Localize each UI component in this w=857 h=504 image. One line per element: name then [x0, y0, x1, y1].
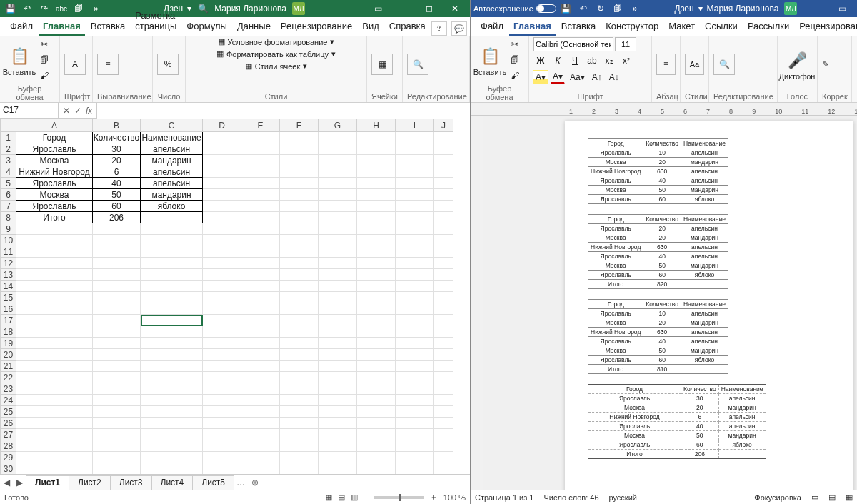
cell[interactable] [93, 303, 141, 315]
user-avatar[interactable]: МЛ [292, 2, 305, 15]
cell[interactable] [141, 281, 203, 292]
cell[interactable] [280, 406, 319, 418]
quickprint-icon[interactable]: 🗐 [71, 1, 86, 16]
cell[interactable] [396, 463, 434, 475]
shrink-font-icon[interactable]: A↓ [607, 70, 621, 84]
cell[interactable] [16, 452, 93, 463]
cell[interactable] [434, 212, 453, 223]
cell[interactable] [434, 269, 453, 281]
cell[interactable] [357, 155, 396, 166]
cell[interactable] [434, 315, 453, 326]
cell[interactable]: 50 [93, 189, 141, 201]
cell[interactable] [16, 223, 93, 235]
cell[interactable]: 6 [93, 166, 141, 178]
cell[interactable]: Наименование [141, 132, 203, 143]
cell[interactable] [241, 429, 280, 440]
cell[interactable] [93, 452, 141, 463]
sheet-nav-prev-icon[interactable]: ◀ [0, 478, 13, 488]
cell[interactable] [434, 440, 453, 452]
row-header[interactable]: 23 [1, 383, 16, 395]
cell[interactable] [203, 178, 241, 189]
row-header[interactable]: 16 [1, 303, 16, 315]
row-header[interactable]: 19 [1, 338, 16, 349]
row-header[interactable]: 9 [1, 223, 16, 235]
cell[interactable] [203, 303, 241, 315]
cell[interactable] [16, 406, 93, 418]
column-header[interactable]: C [141, 119, 203, 132]
cell[interactable] [280, 315, 319, 326]
qat-more-icon[interactable]: » [628, 1, 642, 16]
cell[interactable] [319, 440, 357, 452]
cell[interactable] [280, 132, 319, 143]
cell[interactable] [319, 155, 357, 166]
cell[interactable] [93, 440, 141, 452]
strike-button[interactable]: ab [585, 54, 599, 68]
cell[interactable] [319, 406, 357, 418]
tab-help[interactable]: Справка [385, 18, 430, 36]
superscript-button[interactable]: x² [619, 54, 633, 68]
view-pagebreak-icon[interactable]: ▥ [351, 493, 358, 502]
cell[interactable] [396, 281, 434, 292]
copy-icon[interactable]: 🗐 [508, 53, 522, 67]
cell[interactable] [141, 223, 203, 235]
cell[interactable]: 20 [93, 155, 141, 166]
cell[interactable] [319, 201, 357, 212]
cell[interactable] [93, 406, 141, 418]
cell[interactable] [203, 292, 241, 303]
sheet-more-icon[interactable]: … [234, 478, 248, 488]
font-color-button[interactable]: A▾ [551, 70, 565, 84]
save-icon[interactable]: 💾 [559, 1, 573, 16]
enter-entry-icon[interactable]: ✓ [74, 106, 81, 116]
cell[interactable] [93, 326, 141, 338]
cell[interactable] [396, 338, 434, 349]
tab-references[interactable]: Ссылки [701, 18, 742, 36]
styles-placeholder-icon[interactable]: Aa [685, 54, 704, 75]
cell[interactable]: яблоко [141, 201, 203, 212]
cell[interactable] [241, 463, 280, 475]
column-header[interactable]: F [280, 119, 319, 132]
paragraph-placeholder-icon[interactable]: ≡ [656, 54, 676, 75]
cell[interactable] [241, 223, 280, 235]
cell[interactable] [357, 372, 396, 383]
tab-insert[interactable]: Вставка [557, 18, 600, 36]
row-header[interactable]: 24 [1, 395, 16, 406]
vertical-ruler[interactable] [471, 116, 483, 490]
cell[interactable] [241, 246, 280, 258]
cell[interactable] [16, 235, 93, 246]
format-painter-icon[interactable]: 🖌 [508, 69, 522, 83]
cell[interactable] [241, 326, 280, 338]
copy-icon[interactable]: 🗐 [37, 53, 51, 67]
cell[interactable] [280, 429, 319, 440]
cell[interactable] [16, 326, 93, 338]
cell[interactable] [319, 395, 357, 406]
cell[interactable] [319, 132, 357, 143]
status-word-count[interactable]: Число слов: 46 [543, 493, 598, 502]
cell[interactable] [241, 258, 280, 269]
cell[interactable] [357, 132, 396, 143]
cell[interactable] [396, 212, 434, 223]
view-read-icon[interactable]: ▭ [811, 493, 818, 502]
cell[interactable]: Ярославль [16, 178, 93, 189]
row-header[interactable]: 26 [1, 418, 16, 429]
cell[interactable] [241, 178, 280, 189]
cell[interactable] [280, 418, 319, 429]
italic-button[interactable]: К [551, 54, 565, 68]
cell[interactable] [280, 166, 319, 178]
cell[interactable] [396, 178, 434, 189]
cell[interactable] [396, 223, 434, 235]
undo-icon[interactable]: ↶ [576, 1, 591, 16]
cell[interactable] [319, 189, 357, 201]
cell[interactable] [203, 315, 241, 326]
cell[interactable] [319, 452, 357, 463]
column-header[interactable]: J [434, 119, 453, 132]
cell[interactable] [434, 155, 453, 166]
cell[interactable] [396, 315, 434, 326]
row-header[interactable]: 13 [1, 269, 16, 281]
format-as-table-button[interactable]: ▦ Форматировать как таблицу ▾ [216, 49, 336, 59]
cell[interactable] [434, 292, 453, 303]
cell[interactable] [203, 235, 241, 246]
cell[interactable] [357, 349, 396, 361]
cell[interactable] [396, 303, 434, 315]
cell[interactable] [319, 223, 357, 235]
share-icon[interactable]: ⇪ [431, 21, 447, 36]
